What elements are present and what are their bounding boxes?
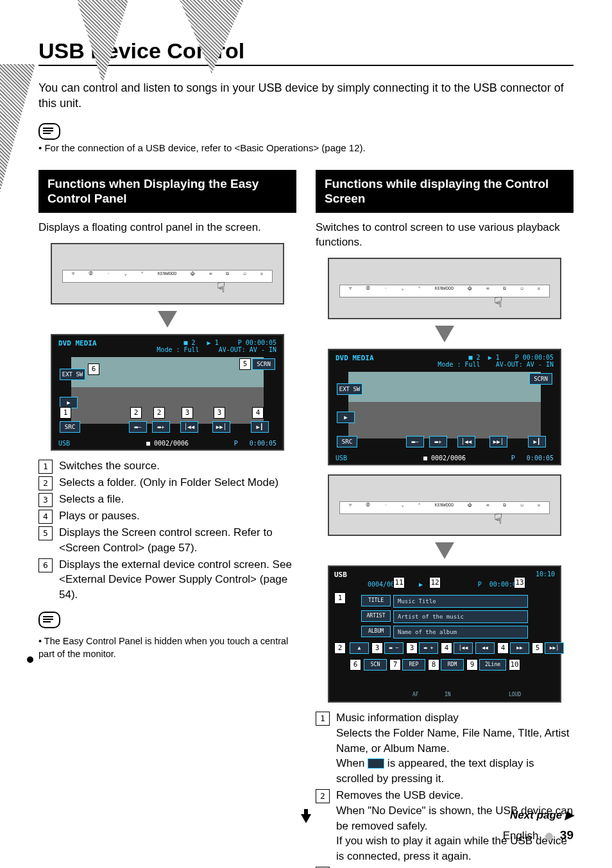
hand-icon: ☟ [217,280,225,296]
usb-folder-down[interactable]: ▬ – [384,642,404,654]
src-button[interactable]: SRC [337,436,357,447]
topbar-item: ⌃ [418,286,421,295]
topbar-item: ◦ [384,286,387,295]
scrn-button[interactable]: SCRN [529,373,552,385]
callout-item: 4Plays or pauses. [38,508,296,524]
page-footer: Next page ▶ English 39 [503,808,574,842]
src-button[interactable]: SRC [60,421,80,433]
left-callout-list: 1Switches the source.2Selects a folder. … [38,458,296,603]
topbar-item: ◻ [520,503,523,512]
topbar-item: ✉ [486,286,489,295]
topbar-item: ◻ [243,271,246,280]
usb-loud-label: LOUD [509,692,521,697]
callout-text: Plays or pauses. [59,508,296,524]
callout-8: 8 [428,659,439,671]
callout-text: Switches the source. [59,458,296,474]
callout-number: 1 [38,460,53,474]
usb-rew[interactable]: ◀◀ [475,642,495,654]
scroll-button-icon [368,758,384,769]
usb-row-label-artist[interactable]: ARTIST [361,610,391,622]
callout-10: 10 [509,659,520,671]
usb-2line[interactable]: 2Line [479,659,506,671]
note-item: For the connection of a USB device, refe… [38,142,574,153]
callout-2a: 2 [130,407,142,419]
scrn-button[interactable]: SCRN [252,358,275,370]
usb-next-track[interactable]: ▶▶│ [545,642,564,654]
callout-text: Selects a file. [59,492,296,507]
easy-panel-subnote: The Easy Control Panel is hidden when yo… [38,635,296,661]
topbar-item: KENWOOD [435,503,454,512]
usb-rep[interactable]: REP [402,659,425,671]
usb-row-label-title[interactable]: TITLE [361,595,391,606]
topbar-item: ⌃ [418,503,421,512]
hand-icon: ☟ [494,511,502,528]
callout-item: 5Displays the Screen control screen. Ref… [38,525,296,556]
usb-fwd[interactable]: ▶▶ [510,642,529,654]
next-page-label: Next page ▶ [503,808,574,822]
callout-9: 9 [466,659,478,671]
dvd-header-right: ■ 2 ▶ 1 P 00:00:05 Mode : Full AV-OUT: A… [438,354,554,368]
topbar-item: KENWOOD [158,271,177,280]
callout-2b: 2 [153,407,165,419]
callout-1: 1 [334,592,346,604]
usb-eject-button[interactable]: ▲ [350,642,369,654]
callout-number: 6 [38,558,53,572]
extsw-button[interactable]: EXT SW [60,369,85,380]
arrow-down-icon [158,311,177,328]
footer-language: English [503,830,539,842]
callout-item: 3Selects a folder. (Only in Folder Selec… [316,865,574,868]
topbar-item: ⦿ [89,271,93,280]
usb-folder-up[interactable]: ▬ + [419,642,438,654]
svg-marker-8 [435,542,454,559]
extsw-button[interactable]: EXT SW [337,383,362,395]
callout-4: 4 [252,407,264,419]
usb-row-label-album[interactable]: ALBUM [361,626,391,637]
callout-number: 5 [38,526,53,540]
callout-number: 2 [38,476,53,490]
callout-item: 2Selects a folder. (Only in Folder Selec… [38,475,296,490]
screenshot-dvd-media: DVD MEDIA ■ 2 ▶ 1 P 00:00:05 Mode : Full… [51,334,284,451]
topbar-item: ☒ [538,503,540,512]
screenshot-dvd-media-right: DVD MEDIA ■ 2 ▶ 1 P 00:00:05 Mode : Full… [328,349,561,465]
dvd-status-a: ■ 2 [183,339,195,346]
note-block: For the connection of a USB device, refe… [38,123,574,153]
callout-4b: 4 [497,642,509,654]
note-icon [38,612,60,628]
usb-play-indicator: ▶ [419,581,423,588]
note-block: The Easy Control Panel is hidden when yo… [38,612,296,661]
arrow-down-icon [435,326,454,342]
callout-number: 2 [316,789,330,803]
callout-text: Displays the Screen control screen. Refe… [59,525,296,556]
topbar-item: ⧉ [503,286,506,295]
screenshot-topbar-right-2: ▽⦿◦⌄⌃KENWOOD⏻✉⧉◻☒ ☟ [328,474,561,536]
callout-text: Music information displaySelects the Fol… [336,710,574,787]
section-heading-control-screen: Functions while displaying the Control S… [316,170,574,213]
callout-2: 2 [334,642,346,654]
dvd-title: DVD MEDIA [58,339,97,347]
topbar-item: ⌄ [401,503,404,512]
callout-text: Displays the external device control scr… [59,557,296,603]
usb-title: USB [334,571,347,579]
callout-number: 4 [38,510,53,524]
dvd-elapsed: P 0:00:05 [511,455,554,462]
usb-scn[interactable]: SCN [364,659,387,671]
callout-item: 1Music information displaySelects the Fo… [316,710,574,787]
footer-dot-icon [545,833,553,840]
title-rule [38,65,574,66]
note-list: For the connection of a USB device, refe… [38,142,574,153]
footer-page-number: 39 [560,828,574,842]
callout-item: 6Displays the external device control sc… [38,557,296,603]
callout-text: Selects a folder. (Only in Folder Select… [336,865,574,868]
callout-3b: 3 [214,407,225,419]
callout-6: 6 [88,363,99,375]
topbar-item: ⏻ [468,286,472,295]
usb-prev-track[interactable]: │◀◀ [454,642,473,654]
topbar-item: ✉ [209,271,212,280]
usb-rdm[interactable]: RDM [441,659,464,671]
topbar-item: ◻ [520,286,523,295]
topbar-item: ⌄ [401,286,404,295]
topbar-labels: ▽⦿◦⌄⌃KENWOOD⏻✉⧉◻☒ [65,271,270,280]
topbar-item: KENWOOD [435,286,454,295]
footer-lang-page: English 39 [503,828,574,842]
callout-6: 6 [350,659,361,671]
